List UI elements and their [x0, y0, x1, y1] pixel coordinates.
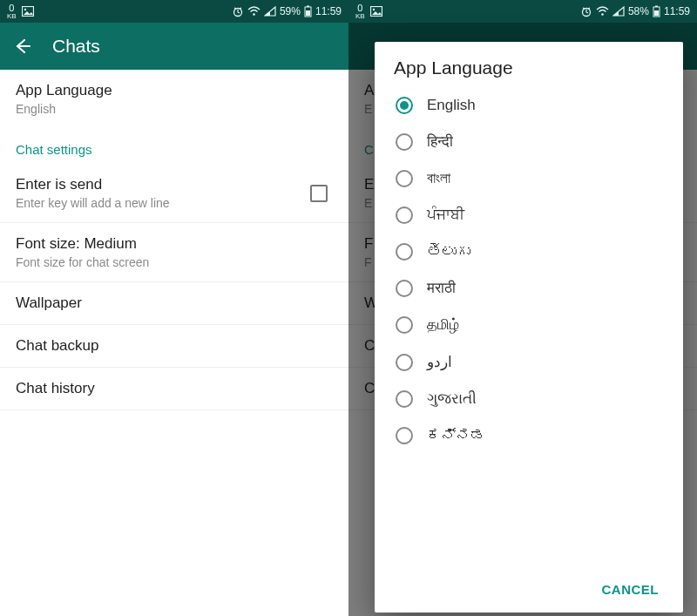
section-header-chat-settings: Chat settings	[0, 128, 348, 164]
setting-label: Enter is send	[16, 176, 170, 193]
setting-chat-backup[interactable]: Chat backup	[0, 325, 348, 368]
language-option[interactable]: English	[390, 87, 667, 124]
language-option[interactable]: اردو	[390, 343, 667, 381]
settings-body: App Language English Chat settings Enter…	[0, 70, 348, 616]
radio-icon	[396, 170, 413, 187]
battery-icon	[653, 5, 660, 17]
radio-icon	[396, 97, 413, 114]
wifi-icon	[596, 6, 609, 17]
language-option[interactable]: తెలుగు	[390, 234, 667, 270]
language-label: English	[427, 97, 476, 114]
setting-label: Chat backup	[16, 337, 333, 355]
svg-rect-6	[306, 10, 310, 16]
language-label: ગુજરાતી	[427, 390, 477, 408]
status-bar: 0 KB 59%	[0, 0, 348, 23]
radio-icon	[396, 280, 413, 297]
radio-icon	[396, 206, 413, 224]
picture-icon	[370, 6, 382, 17]
setting-label: App Language	[16, 82, 333, 99]
setting-description: Font size for chat screen	[16, 255, 333, 269]
language-label: ਪੰਜਾਬੀ	[427, 206, 464, 224]
setting-value: English	[16, 102, 333, 116]
radio-icon	[396, 316, 413, 334]
setting-enter-is-send[interactable]: Enter is send Enter key will add a new l…	[0, 164, 348, 223]
cancel-button[interactable]: CANCEL	[593, 575, 668, 604]
setting-wallpaper[interactable]: Wallpaper	[0, 282, 348, 325]
status-bar: 0 KB 58%	[348, 0, 697, 23]
language-label: తెలుగు	[427, 243, 470, 261]
svg-point-3	[253, 13, 255, 16]
svg-rect-13	[655, 6, 658, 8]
back-icon[interactable]	[12, 37, 31, 56]
svg-rect-14	[654, 10, 659, 16]
setting-font-size[interactable]: Font size: Medium Font size for chat scr…	[0, 223, 348, 282]
language-option[interactable]: ਪੰਜਾਬੀ	[390, 197, 667, 234]
setting-description: Enter key will add a new line	[16, 196, 170, 210]
alarm-icon	[232, 5, 244, 17]
page-title: Chats	[52, 36, 100, 57]
radio-icon	[396, 427, 413, 444]
language-dialog: App Language Englishहिन्दीবাংলাਪੰਜਾਬੀతెల…	[375, 42, 683, 613]
setting-chat-history[interactable]: Chat history	[0, 368, 348, 410]
svg-point-11	[601, 13, 604, 16]
svg-rect-5	[307, 6, 309, 8]
language-label: বাংলা	[427, 170, 450, 187]
phone-right: 0 KB 58%	[348, 0, 697, 616]
battery-text: 58%	[628, 5, 649, 17]
language-option[interactable]: हिन्दी	[390, 124, 667, 160]
signal-icon	[264, 6, 276, 17]
picture-icon	[22, 6, 34, 17]
setting-label: Font size: Medium	[16, 235, 333, 253]
checkbox-enter-is-send[interactable]	[310, 185, 328, 202]
language-label: मराठी	[427, 280, 456, 297]
data-kb-icon: 0 KB	[7, 3, 17, 20]
signal-icon	[612, 6, 625, 17]
language-label: हिन्दी	[427, 133, 453, 151]
language-option[interactable]: ગુજરાતી	[390, 381, 667, 417]
language-option[interactable]: मराठी	[390, 270, 667, 307]
language-label: தமிழ்	[427, 316, 459, 334]
radio-icon	[396, 133, 413, 151]
dialog-title: App Language	[375, 42, 683, 87]
language-label: اردو	[427, 353, 452, 371]
radio-icon	[396, 354, 413, 371]
data-kb-icon: 0 KB	[355, 3, 365, 20]
clock-text: 11:59	[315, 5, 342, 17]
setting-app-language[interactable]: App Language English	[0, 70, 348, 128]
setting-label: Wallpaper	[16, 294, 333, 312]
clock-text: 11:59	[664, 5, 690, 17]
language-label: ಕನ್ನಡ	[427, 427, 485, 444]
setting-label: Chat history	[16, 380, 333, 397]
battery-text: 59%	[280, 5, 301, 17]
app-bar: Chats	[0, 23, 348, 70]
language-list: Englishहिन्दीবাংলাਪੰਜਾਬੀతెలుగుमराठीதமிழ்…	[375, 87, 683, 566]
alarm-icon	[580, 5, 592, 17]
language-option[interactable]: ಕನ್ನಡ	[390, 417, 667, 454]
language-option[interactable]: বাংলা	[390, 160, 667, 197]
phone-left: 0 KB 59%	[0, 0, 348, 616]
svg-point-9	[372, 9, 374, 10]
battery-icon	[304, 5, 312, 17]
radio-icon	[396, 390, 413, 408]
svg-point-1	[24, 9, 25, 10]
language-option[interactable]: தமிழ்	[390, 307, 667, 343]
radio-icon	[396, 243, 413, 261]
wifi-icon	[247, 6, 261, 17]
